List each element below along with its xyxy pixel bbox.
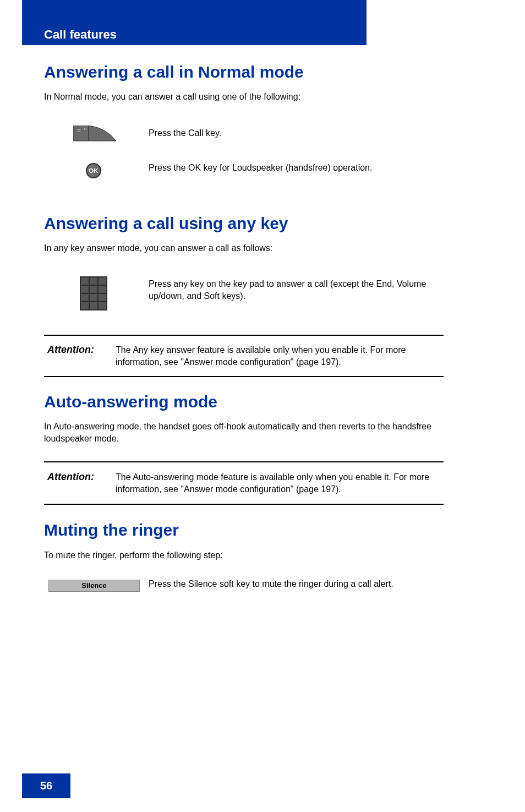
rule [44,504,444,505]
silence-softkey: Silence [48,580,140,592]
section1-callkey-text: Press the Call key. [149,127,443,139]
section1-intro: In Normal mode, you can answer a call us… [44,91,443,103]
call-key-icon: C R [73,126,116,142]
section4-softkey-text: Press the Silence soft key to mute the r… [149,578,443,590]
section3-attention-label: Attention: [47,471,94,483]
section3-title: Auto-answering mode [44,392,443,412]
section4-intro: To mute the ringer, perform the followin… [44,549,443,562]
section2-attention-label: Attention: [47,344,94,356]
section3-attention-body: The Auto-answering mode feature is avail… [116,471,443,495]
rule [44,376,444,377]
header-title: Call features [44,28,117,42]
rule [44,461,444,462]
section2-attention-body: The Any key answer feature is available … [116,344,443,368]
section2-intro: In any key answer mode, you can answer a… [44,242,443,254]
ok-key-glyph: OK [89,167,99,174]
section2-keypad-text: Press any key on the key pad to answer a… [149,278,443,302]
section4-title: Muting the ringer [44,520,443,540]
section2-title: Answering a call using any key [44,214,443,233]
keypad-icon [80,276,107,310]
svg-text:R: R [84,127,87,130]
section1-title: Answering a call in Normal mode [44,62,443,82]
page-number: 56 [22,773,70,798]
svg-text:C: C [78,128,81,133]
section3-intro: In Auto-answering mode, the handset goes… [44,421,443,444]
ok-key-icon: OK [86,163,101,178]
rule [44,335,444,336]
section1-okkey-text: Press the OK key for Loudspeaker (handsf… [149,162,443,174]
